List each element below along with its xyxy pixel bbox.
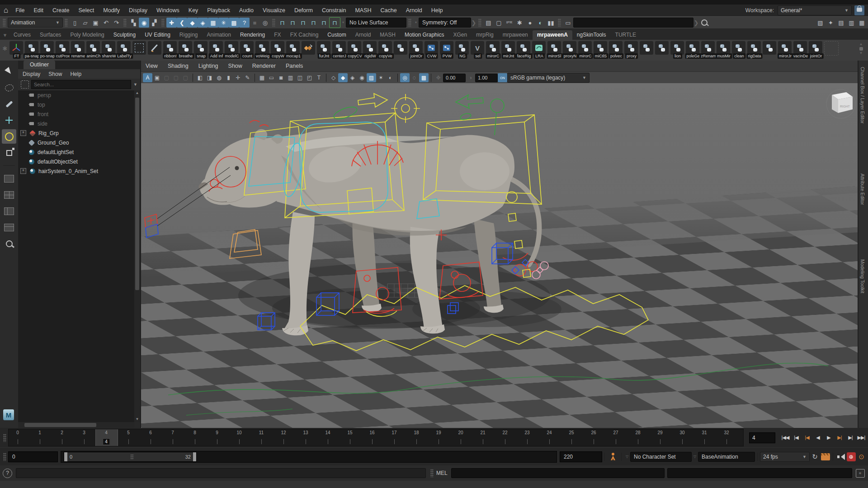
attribute-editor-toggle-icon[interactable]: ▥ [846,18,857,28]
drag-handle[interactable] [558,19,561,27]
lights-icon[interactable]: ✶ [376,73,386,82]
modeling-toolkit-toggle-icon[interactable]: ▧ [815,18,826,28]
drag-handle[interactable] [123,19,127,27]
outliner-item-top[interactable]: top [18,100,134,109]
shelf-item-po-snap[interactable]: po-snap [40,41,55,59]
outliner-vertical-scrollbar[interactable]: ▲ ▼ [134,90,140,422]
shelf-item-ribbon-[interactable]: ribbon! [163,41,178,59]
shelf-tab-sculpting[interactable]: Sculpting [109,30,140,40]
shelf-item-breathe[interactable]: breathe [178,41,193,59]
screen-magnifier-button[interactable] [2,236,16,251]
step-back-key-button[interactable]: |◀ [802,433,812,443]
menu-constrain[interactable]: Constrain [317,7,351,14]
shelf-item-sel[interactable]: Vsel [470,41,486,59]
shelf-item-copycv[interactable]: copyCV [347,41,363,59]
shelf-item-cvw[interactable]: CVW [424,41,439,59]
symmetry-chevron-icon[interactable]: ▾ [413,18,419,28]
animation-start-field[interactable]: 0 [8,451,58,462]
input-field-selector-icon[interactable]: ▭ [563,18,573,28]
highlight-selection-icon[interactable]: ◎ [260,18,270,28]
panel-menu-renderer[interactable]: Renderer [252,63,276,69]
animation-snapshot-icon[interactable] [820,452,830,462]
shelf-item-copyw[interactable]: copyW [270,41,286,59]
color-management-toggle-icon[interactable]: ON [498,73,507,82]
shelf-item-labelty[interactable]: LabelTy [117,41,132,59]
step-back-frame-button[interactable]: |◀ [791,433,802,443]
workspace-lock-button[interactable] [854,5,864,15]
shelf-tab-poly-modeling[interactable]: Poly Modeling [66,30,108,40]
scrollbar-thumb[interactable] [135,98,139,290]
resolution-gate-icon[interactable]: ◙ [276,73,286,82]
shelf-item-centerj[interactable]: centerJ [332,41,347,59]
menu-mash[interactable]: MASH [350,7,376,14]
shelf-tab-xgen[interactable]: XGen [448,30,472,40]
shelf-item-icon-9[interactable] [147,41,163,59]
panel-select-icon[interactable]: A [143,73,152,82]
new-scene-icon[interactable]: ▯ [70,18,80,28]
shelf-item-icon-53[interactable] [824,41,839,59]
film-gate-icon[interactable]: ▭ [267,73,276,82]
shelf-item-jointor[interactable]: jointOr [808,41,824,59]
ipr-render-icon[interactable]: IPR [504,18,514,28]
search-options-chevron-icon[interactable]: ▼ [133,82,137,87]
exposure-icon[interactable]: ✥ [434,73,443,82]
shelf-item-icon-41[interactable] [639,41,655,59]
range-start-handle[interactable] [64,452,67,461]
humanik-toggle-icon[interactable]: ✦ [826,18,836,28]
home-icon[interactable]: ⌂ [4,6,8,15]
playback-range[interactable]: 0 32 [64,452,197,462]
fps-dropdown[interactable]: 24 fps ▼ [760,452,810,462]
shelf-item-rigidw[interactable]: rigidW [363,41,378,59]
outliner-tab[interactable]: Outliner [24,61,55,69]
auto-key-toggle[interactable]: ⊕ [846,452,856,462]
menu-audio[interactable]: Audio [235,7,258,14]
wireframe-icon[interactable]: ◇ [329,73,338,82]
shelf-tab-mash[interactable]: MASH [375,30,400,40]
mask-rendering-icon[interactable]: ▩ [229,18,239,28]
xray-icon[interactable]: ▢ [162,73,171,82]
shelf-item-icon-19[interactable] [301,41,316,59]
drag-handle[interactable] [3,453,6,461]
outliner-menu-help[interactable]: Help [70,71,81,77]
outliner-item-ground_geo[interactable]: Ground_Geo [18,138,134,147]
shelf-tab-fx[interactable]: FX [269,30,285,40]
layout-single-pane-button[interactable] [2,171,16,186]
menu-display[interactable]: Display [124,7,152,14]
gate-mask-icon[interactable]: ▥ [286,73,295,82]
save-scene-icon[interactable]: ▣ [90,18,101,28]
drag-handle[interactable] [3,434,6,442]
outliner-item-side[interactable]: side [18,119,134,128]
camera-lock-icon[interactable]: ◨ [205,73,214,82]
menu-playback[interactable]: Playback [203,7,235,14]
go-to-end-button[interactable]: ▶▶| [856,433,867,443]
playback-loop-icon[interactable]: ↻ [810,452,820,462]
scroll-down-icon[interactable]: ▼ [134,417,140,422]
character-set-field[interactable]: No Character Set [630,452,692,462]
shelf-item-icon-8[interactable] [132,41,147,59]
lock-selection-icon[interactable]: ■ [250,18,260,28]
shelf-item-mirorsl[interactable]: mirorSl [547,41,562,59]
shelf-item-rigdata[interactable]: rigData [747,41,762,59]
exposure-field[interactable]: 0.00 [443,74,466,82]
expand-chevron-icon[interactable]: ❯ [471,18,476,28]
layout-persp-graph-button[interactable] [2,220,16,235]
render-current-frame-icon[interactable]: ▢ [494,18,504,28]
shelf-item-modelc[interactable]: modelC [224,41,240,59]
shadows-icon[interactable]: ◐ [386,73,395,82]
snap-projected-center-icon[interactable]: ⊓ [308,18,319,28]
mask-deformations-icon[interactable]: ◈ [198,18,208,28]
shelf-item-mictls[interactable]: miCtlS [593,41,609,59]
xray-joints-icon[interactable]: ▢ [171,73,181,82]
menu-windows[interactable]: Windows [152,7,184,14]
mask-dynamics-icon[interactable]: ✳ [218,18,229,28]
shelf-item-icon-25[interactable] [393,41,409,59]
shelf-item-mocap1[interactable]: mocap1 [286,41,301,59]
shelf-item-pa-snap[interactable]: pa-snap [24,41,40,59]
outliner-item-hairsystem_0_anim_set[interactable]: +hairSystem_0_Anim_Set [18,166,134,176]
shelf-item-clean[interactable]: clean [731,41,747,59]
shelf-item-furjnt[interactable]: furJnt [316,41,332,59]
range-end-handle[interactable] [193,452,196,461]
component-mode-icon[interactable]: ▞ [149,18,160,28]
command-line-language-toggle[interactable]: MEL [436,470,448,476]
mask-handles-icon[interactable]: ✚ [166,18,177,28]
